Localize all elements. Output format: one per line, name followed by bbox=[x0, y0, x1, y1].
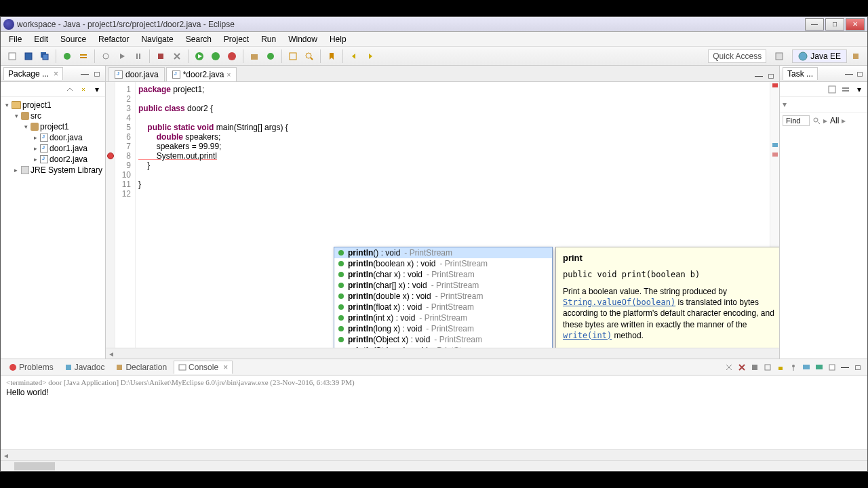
debug-button[interactable] bbox=[60, 49, 75, 64]
javadoc-tab[interactable]: Javadoc bbox=[60, 361, 109, 373]
view-menu-button[interactable]: ▾ bbox=[854, 84, 865, 95]
search-button[interactable] bbox=[302, 49, 317, 64]
tree-file[interactable]: ▸door2.java bbox=[3, 154, 102, 165]
chevron-down-icon[interactable]: ▾ bbox=[783, 100, 787, 109]
maximize-editor-button[interactable]: □ bbox=[766, 70, 776, 81]
new-class-button[interactable] bbox=[263, 49, 278, 64]
doc-link-write[interactable]: write(int) bbox=[563, 331, 612, 340]
tree-project[interactable]: ▾project1 bbox=[3, 100, 102, 110]
resume-button[interactable] bbox=[115, 49, 130, 64]
close-button[interactable]: ✕ bbox=[846, 18, 865, 30]
menu-window[interactable]: Window bbox=[283, 33, 323, 45]
menu-help[interactable]: Help bbox=[324, 33, 352, 45]
tree-file[interactable]: ▸door.java bbox=[3, 132, 102, 143]
minimize-button[interactable]: — bbox=[805, 18, 824, 30]
tree-jre-library[interactable]: ▸JRE System Library bbox=[3, 165, 102, 176]
menu-source[interactable]: Source bbox=[55, 33, 92, 45]
search-icon[interactable] bbox=[812, 117, 821, 125]
completion-item[interactable]: println(char[] x) : void - PrintStream bbox=[334, 280, 552, 291]
scroll-lock-button[interactable] bbox=[775, 362, 786, 373]
minimize-bottom-button[interactable]: — bbox=[840, 362, 850, 373]
filter-all-label[interactable]: All bbox=[830, 116, 839, 125]
content-assist-popup[interactable]: println() : void - PrintStreamprintln(bo… bbox=[334, 247, 553, 348]
save-all-button[interactable] bbox=[37, 49, 52, 64]
toggle-breadcrumb-button[interactable] bbox=[76, 49, 91, 64]
maximize-button[interactable]: □ bbox=[825, 18, 844, 30]
forward-button[interactable] bbox=[363, 49, 378, 64]
minimize-view-button[interactable]: — bbox=[79, 68, 90, 79]
menu-run[interactable]: Run bbox=[256, 33, 281, 45]
editor-tab-door[interactable]: door.java bbox=[108, 67, 165, 81]
perspective-java-button[interactable] bbox=[848, 49, 863, 64]
new-task-button[interactable] bbox=[827, 84, 837, 95]
open-type-button[interactable] bbox=[285, 49, 300, 64]
run-last-button[interactable] bbox=[208, 49, 223, 64]
find-input[interactable]: Find bbox=[783, 115, 810, 126]
link-editor-button[interactable] bbox=[78, 84, 89, 95]
completion-item[interactable]: println(char x) : void - PrintStream bbox=[334, 269, 552, 280]
error-overview-mark[interactable] bbox=[772, 83, 778, 87]
editor-hscroll[interactable]: ◂ bbox=[106, 348, 779, 359]
save-button[interactable] bbox=[21, 49, 36, 64]
maximize-bottom-button[interactable]: □ bbox=[852, 362, 863, 373]
quick-access[interactable]: Quick Access bbox=[708, 49, 766, 63]
close-icon[interactable]: × bbox=[54, 69, 58, 79]
completion-item[interactable]: println(String x) : void - PrintStream bbox=[334, 345, 552, 348]
doc-link-valueof[interactable]: String.valueOf(boolean) bbox=[563, 298, 675, 307]
close-icon[interactable]: × bbox=[223, 363, 228, 372]
remove-all-button[interactable] bbox=[736, 362, 747, 373]
maximize-view-button[interactable]: □ bbox=[92, 68, 102, 79]
warning-overview-mark[interactable] bbox=[772, 152, 778, 157]
editor-tab-door2[interactable]: *door2.java × bbox=[166, 67, 237, 81]
nav-prev-button[interactable]: ▸ bbox=[823, 116, 827, 125]
open-perspective-button[interactable] bbox=[772, 49, 787, 64]
disconnect-button[interactable] bbox=[170, 49, 184, 64]
new-console-button[interactable] bbox=[827, 362, 837, 373]
console-tab[interactable]: Console× bbox=[174, 361, 233, 374]
problems-tab[interactable]: Problems bbox=[5, 361, 58, 373]
console-hscroll[interactable]: ◂ bbox=[1, 449, 867, 460]
tree-src[interactable]: ▾src bbox=[3, 110, 102, 121]
menu-project[interactable]: Project bbox=[218, 33, 254, 45]
javadoc-popup[interactable]: print public void print(boolean b) Print… bbox=[555, 247, 779, 348]
completion-item[interactable]: println(int x) : void - PrintStream bbox=[334, 312, 552, 323]
completion-item[interactable]: println(long x) : void - PrintStream bbox=[334, 323, 552, 334]
categorize-button[interactable] bbox=[840, 84, 851, 95]
close-tab-icon[interactable]: × bbox=[226, 71, 231, 79]
clear-console-button[interactable] bbox=[762, 362, 773, 373]
open-console-button[interactable] bbox=[814, 362, 825, 373]
display-console-button[interactable] bbox=[801, 362, 812, 373]
new-package-button[interactable] bbox=[247, 49, 262, 64]
completion-item[interactable]: println() : void - PrintStream bbox=[334, 247, 552, 258]
scrollbar-thumb[interactable] bbox=[14, 462, 55, 470]
error-marker-icon[interactable] bbox=[107, 152, 114, 159]
task-list-tab[interactable]: Task ... bbox=[783, 67, 818, 80]
app-hscroll[interactable] bbox=[1, 460, 867, 471]
console-output[interactable]: <terminated> door [Java Application] D:\… bbox=[1, 375, 867, 449]
minimize-editor-button[interactable]: — bbox=[753, 70, 764, 81]
terminate-button[interactable] bbox=[153, 49, 168, 64]
tree-file[interactable]: ▸door1.java bbox=[3, 143, 102, 154]
new-button[interactable] bbox=[5, 49, 20, 64]
menu-refactor[interactable]: Refactor bbox=[93, 33, 134, 45]
tree-package[interactable]: ▾project1 bbox=[3, 121, 102, 132]
completion-item[interactable]: println(double x) : void - PrintStream bbox=[334, 291, 552, 302]
menu-file[interactable]: File bbox=[3, 33, 27, 45]
nav-next-button[interactable]: ▸ bbox=[842, 116, 846, 125]
menu-edit[interactable]: Edit bbox=[28, 33, 54, 45]
view-menu-button[interactable]: ▾ bbox=[92, 84, 102, 95]
pin-console-button[interactable] bbox=[788, 362, 799, 373]
package-explorer-tab[interactable]: Package ... × bbox=[3, 67, 63, 80]
collapse-all-button[interactable] bbox=[64, 84, 75, 95]
menu-search[interactable]: Search bbox=[180, 33, 217, 45]
suspend-button[interactable] bbox=[131, 49, 146, 64]
menu-navigate[interactable]: Navigate bbox=[136, 33, 178, 45]
back-button[interactable] bbox=[347, 49, 361, 64]
remove-launch-button[interactable] bbox=[724, 362, 734, 373]
external-tools-button[interactable] bbox=[224, 49, 239, 64]
code-editor[interactable]: 123456789101112 package project1; public… bbox=[106, 82, 779, 348]
completion-item[interactable]: println(float x) : void - PrintStream bbox=[334, 302, 552, 312]
toggle-mark-button[interactable] bbox=[324, 49, 339, 64]
terminate-console-button[interactable] bbox=[749, 362, 760, 373]
maximize-view-button[interactable]: □ bbox=[855, 69, 865, 79]
